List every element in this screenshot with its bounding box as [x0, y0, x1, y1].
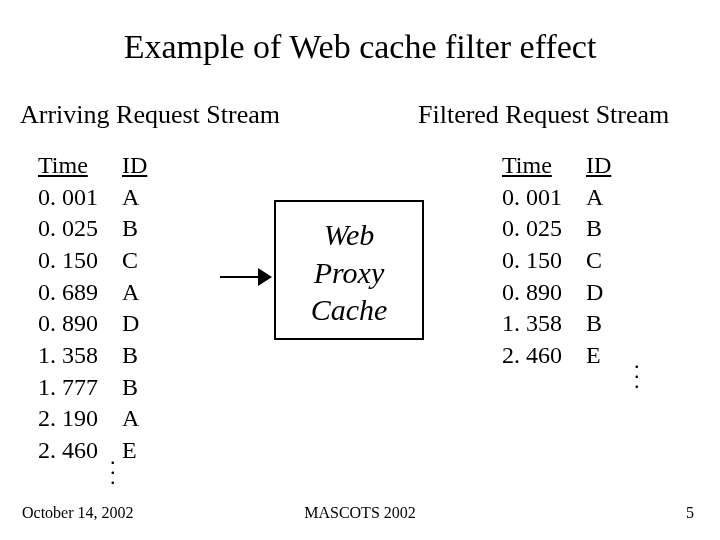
arriving-id-column: ID A B C A D B B A E [122, 150, 147, 467]
filtered-id-cell: A [586, 182, 611, 214]
arriving-time-cell: 0. 150 [38, 245, 98, 277]
footer-venue: MASCOTS 2002 [0, 504, 720, 522]
arriving-id-cell: B [122, 213, 147, 245]
slide: Example of Web cache filter effect Arriv… [0, 0, 720, 540]
filtered-id-column: ID A B C D B E [586, 150, 611, 372]
web-proxy-cache-box: Web Proxy Cache [274, 200, 424, 340]
arriving-stream-label: Arriving Request Stream [20, 100, 280, 130]
arriving-time-cell: 2. 460 [38, 435, 98, 467]
arriving-time-cell: 0. 025 [38, 213, 98, 245]
arriving-time-column: Time 0. 001 0. 025 0. 150 0. 689 0. 890 … [38, 150, 98, 467]
arriving-time-cell: 1. 358 [38, 340, 98, 372]
ellipsis-icon: ... [110, 452, 116, 482]
filtered-id-cell: E [586, 340, 611, 372]
filtered-id-cell: B [586, 213, 611, 245]
arrow-icon [220, 268, 270, 286]
arriving-id-cell: A [122, 182, 147, 214]
arriving-id-cell: A [122, 403, 147, 435]
filtered-time-column: Time 0. 001 0. 025 0. 150 0. 890 1. 358 … [502, 150, 562, 372]
filtered-time-cell: 0. 001 [502, 182, 562, 214]
filtered-table: Time 0. 001 0. 025 0. 150 0. 890 1. 358 … [502, 150, 611, 372]
arriving-time-cell: 0. 890 [38, 308, 98, 340]
arriving-id-cell: D [122, 308, 147, 340]
filtered-time-cell: 0. 890 [502, 277, 562, 309]
filtered-time-cell: 1. 358 [502, 308, 562, 340]
filtered-time-cell: 0. 150 [502, 245, 562, 277]
filtered-time-cell: 0. 025 [502, 213, 562, 245]
arriving-id-cell: C [122, 245, 147, 277]
arriving-time-cell: 0. 001 [38, 182, 98, 214]
filtered-time-header: Time [502, 150, 562, 182]
cache-line: Web [276, 216, 422, 254]
filtered-id-header: ID [586, 150, 611, 182]
arriving-id-cell: E [122, 435, 147, 467]
filtered-time-cell: 2. 460 [502, 340, 562, 372]
filtered-id-cell: C [586, 245, 611, 277]
arriving-id-cell: A [122, 277, 147, 309]
arriving-time-cell: 1. 777 [38, 372, 98, 404]
arriving-time-cell: 2. 190 [38, 403, 98, 435]
arriving-time-cell: 0. 689 [38, 277, 98, 309]
footer-page-number: 5 [686, 504, 694, 522]
arriving-id-cell: B [122, 372, 147, 404]
cache-line: Cache [276, 291, 422, 329]
filtered-id-cell: D [586, 277, 611, 309]
slide-title: Example of Web cache filter effect [0, 28, 720, 66]
filtered-stream-label: Filtered Request Stream [418, 100, 669, 130]
filtered-id-cell: B [586, 308, 611, 340]
cache-line: Proxy [276, 254, 422, 292]
arriving-id-header: ID [122, 150, 147, 182]
arriving-table: Time 0. 001 0. 025 0. 150 0. 689 0. 890 … [38, 150, 147, 467]
arriving-time-header: Time [38, 150, 98, 182]
ellipsis-icon: ... [634, 356, 640, 386]
arriving-id-cell: B [122, 340, 147, 372]
